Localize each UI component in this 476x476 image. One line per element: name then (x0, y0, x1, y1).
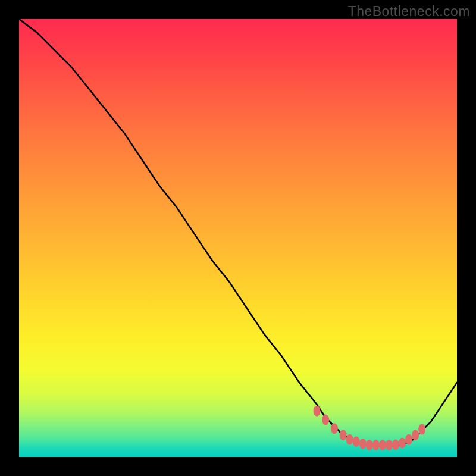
marker-dot (366, 440, 373, 450)
bottleneck-curve-path (19, 19, 457, 446)
marker-dot (331, 423, 338, 434)
marker-dot (346, 434, 353, 445)
marker-dot (386, 440, 393, 450)
marker-dot (359, 439, 367, 449)
marker-dot (412, 430, 419, 440)
marker-dot (379, 440, 386, 450)
marker-dot (353, 436, 360, 447)
marker-dot (340, 430, 347, 440)
marker-dot (399, 437, 406, 448)
marker-dot (418, 424, 425, 435)
optimal-zone-markers (314, 406, 426, 450)
plot-area (19, 19, 457, 457)
curve-svg (19, 19, 457, 457)
chart-frame: TheBottleneck.com (0, 0, 476, 476)
marker-dot (392, 439, 399, 450)
watermark-text: TheBottleneck.com (348, 4, 470, 20)
marker-dot (372, 440, 380, 450)
marker-dot (322, 414, 329, 425)
marker-dot (405, 434, 412, 445)
marker-dot (314, 406, 321, 416)
